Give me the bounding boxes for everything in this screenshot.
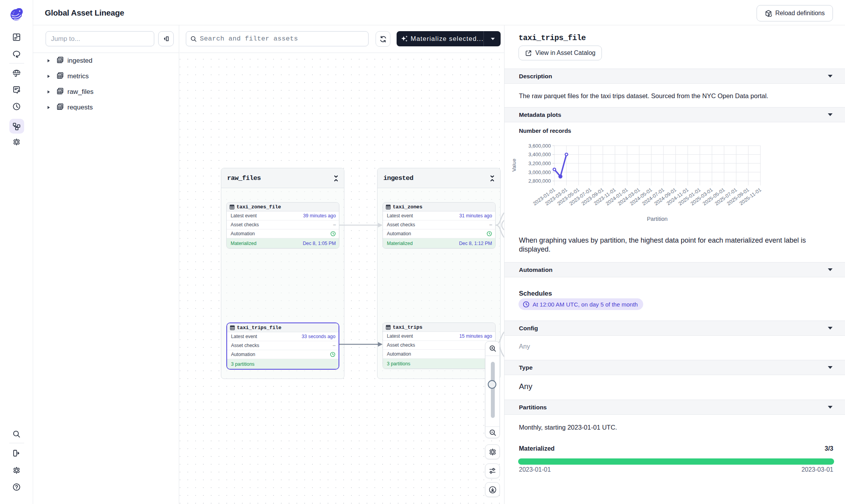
svg-text:3,600,000: 3,600,000 xyxy=(528,143,551,149)
svg-text:3,200,000: 3,200,000 xyxy=(528,160,551,166)
svg-text:Partition: Partition xyxy=(647,216,667,222)
svg-text:2,800,000: 2,800,000 xyxy=(528,178,551,184)
svg-text:3,000,000: 3,000,000 xyxy=(528,169,551,175)
svg-text:Value: Value xyxy=(511,159,517,172)
svg-text:3,400,000: 3,400,000 xyxy=(528,152,551,157)
